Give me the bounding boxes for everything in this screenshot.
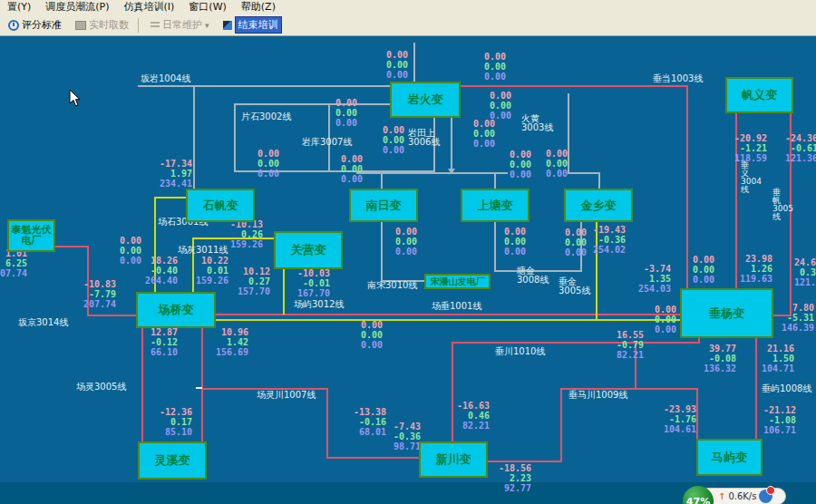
line-chuimachuan1009-v2	[696, 388, 698, 440]
end-training-icon	[223, 21, 232, 30]
line-chuichuan1010-h	[452, 342, 698, 344]
measurement: 18.26-0.40264.40	[136, 256, 178, 286]
upload-arrow-icon: ↑	[718, 491, 725, 501]
line-changshi3001-h	[154, 197, 189, 199]
measurement: 0.000.000.00	[366, 50, 408, 80]
line-label: 垂金 3005线	[559, 277, 590, 296]
line-banjing3014-h1	[54, 246, 89, 247]
line-chuimachuan1009-v1	[560, 388, 562, 462]
substation-name: 灵溪变	[155, 452, 190, 469]
scoring-standard-button[interactable]: 评分标准	[3, 15, 67, 34]
measurement: -18.562.2392.77	[490, 463, 531, 493]
toolbar-separator	[138, 18, 139, 33]
measurement: 23.981.26119.63	[731, 254, 772, 284]
capture-icon	[75, 21, 86, 30]
measurement: -20.92-1.21118.59	[725, 133, 767, 163]
substation-yanhuo[interactable]: 岩火变	[390, 82, 461, 118]
substation-shifan[interactable]: 石帆变	[186, 189, 255, 222]
clock-icon	[8, 20, 19, 31]
substation-xinchuan[interactable]: 新川变	[419, 441, 488, 478]
menu-item-settings[interactable]: 置(Y)	[0, 0, 38, 15]
realtime-data-button[interactable]: 实时取数	[70, 15, 134, 34]
line-label: 片石3002线	[241, 112, 291, 121]
substation-name: 垂杨变	[709, 305, 744, 322]
substation-fanyi[interactable]: 帆义变	[725, 77, 793, 113]
line-chuidang1003-h	[461, 85, 687, 87]
plant-songpanshan[interactable]: 宋潘山发电厂	[424, 274, 491, 289]
substation-name: 新川变	[436, 451, 471, 468]
substation-mayu[interactable]: 马屿变	[696, 439, 763, 476]
measurement: 0.000.000.00	[453, 119, 495, 149]
menu-item-window[interactable]: 窗口(W)	[181, 0, 233, 15]
line-label: 塘金 3008线	[517, 267, 549, 285]
measurement: -7.43-0.3698.71	[379, 422, 421, 451]
measurement: 21.161.50104.71	[753, 344, 794, 373]
browser-tray-icon[interactable]	[759, 489, 772, 503]
measurement: -12.360.1785.10	[151, 407, 192, 437]
measurement: 0.000.000.00	[316, 98, 357, 128]
end-training-button[interactable]: 结束培训	[218, 14, 287, 36]
line-yantianshang3006	[451, 118, 452, 170]
line-label: 坂岩1004线	[141, 74, 190, 83]
substation-nanri[interactable]: 南日变	[349, 189, 418, 222]
measurement: 0.000.000.00	[470, 91, 511, 121]
menu-item-simulation-training[interactable]: 仿真培训(I)	[117, 0, 182, 15]
plant-name: 宋潘山发电厂	[431, 277, 485, 286]
line-label: 场灵川1007线	[257, 391, 316, 400]
menu-bar: 置(Y) 调度员潮流(P) 仿真培训(I) 窗口(W) 帮助(Z)	[0, 0, 816, 15]
measurement: 0.000.000.00	[673, 255, 714, 285]
substation-name: 关营变	[291, 242, 326, 258]
daily-maintenance-button[interactable]: 日常维护 ▾	[145, 15, 215, 34]
line-changchui1001	[216, 319, 680, 321]
substation-changqiao[interactable]: 场桥变	[136, 292, 216, 328]
line-chuichuan1010-stub	[698, 337, 700, 344]
line-changchui-red-bus	[216, 314, 680, 315]
substation-chuiyang[interactable]: 垂杨变	[680, 288, 773, 338]
line-label: 岩库3007线	[302, 138, 352, 147]
line-jinxiang-tap	[598, 172, 600, 190]
measurement: 39.77-0.08136.32	[695, 344, 736, 373]
line-changlingchuan1007-v	[201, 327, 203, 441]
substation-name: 上塘变	[478, 198, 513, 214]
measurement: 10.220.01159.26	[187, 256, 228, 286]
line-label: 南宋3010线	[367, 281, 417, 290]
line-nanri-tap	[381, 172, 383, 190]
tray-widget[interactable]: ↑ 0.6K/s 47%	[683, 486, 714, 504]
measurement: -10.83-7.79207.74	[74, 279, 116, 309]
substation-name: 马屿变	[712, 450, 747, 466]
line-changlingchuan1007-h2	[326, 457, 419, 459]
measurement: 0.000.000.00	[375, 227, 417, 257]
substation-guanying[interactable]: 关营变	[274, 231, 343, 269]
measurement: 10.961.42156.69	[207, 327, 248, 357]
line-label: 坂京3014线	[18, 318, 68, 327]
menu-item-help[interactable]: 帮助(Z)	[234, 0, 283, 15]
maintenance-icon	[151, 22, 160, 29]
measurement: 0.000.000.00	[545, 228, 587, 257]
plant-taikui-pv[interactable]: 泰魁光伏 电厂	[7, 219, 55, 252]
net-speed-text: 0.6K/s	[728, 491, 756, 501]
line-bus-gray	[356, 172, 508, 174]
substation-lingxi[interactable]: 灵溪变	[138, 441, 207, 480]
measurement: -3.741.35254.03	[629, 264, 671, 294]
plant-name: 泰魁光伏 电厂	[12, 225, 52, 247]
mouse-cursor-icon	[69, 89, 82, 108]
measurement: 12.87-0.1266.10	[136, 327, 178, 357]
menu-item-dispatcher-powerflow[interactable]: 调度员潮流(P)	[38, 0, 116, 15]
substation-name: 金乡变	[581, 198, 617, 214]
measurement: 24.680.36121.8	[780, 257, 816, 287]
line-label: 火黄 3003线	[521, 114, 553, 132]
line-label: 场垂1001线	[432, 302, 481, 311]
substation-name: 岩火变	[408, 92, 443, 108]
line-banyan1004	[138, 85, 390, 87]
line-huohuang3003-h	[568, 172, 600, 174]
line-label: 岩田上 3006线	[408, 129, 440, 147]
line-banyan1004-drop	[193, 85, 195, 190]
substation-shangtang[interactable]: 上塘变	[461, 189, 529, 222]
app-window: 置(Y) 调度员潮流(P) 仿真培训(I) 窗口(W) 帮助(Z) 评分标准 实…	[0, 0, 816, 504]
line-banjing3014-h2	[87, 315, 138, 316]
line-label: 场屿3012线	[294, 300, 344, 309]
chevron-down-icon[interactable]: ▾	[205, 21, 209, 30]
line-label: 垂屿1008线	[762, 384, 811, 393]
substation-jinxiang[interactable]: 金乡变	[564, 189, 633, 222]
line-stub-top	[413, 43, 415, 82]
